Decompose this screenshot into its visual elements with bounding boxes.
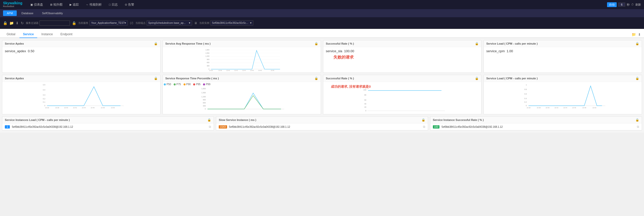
- svg-text:300: 300: [203, 105, 206, 107]
- tab-apm[interactable]: APM: [3, 10, 17, 16]
- svg-text:0.2: 0.2: [43, 98, 45, 100]
- instance-row-1[interactable]: 1 5ef0bb38411c45e392ac92c5c0a04338@192.1…: [2, 123, 214, 130]
- lock-icon-b3: 🔒: [635, 118, 639, 122]
- successful-rate-card: Successful Rate ( % ) 🔒 service_sla 100.…: [323, 40, 481, 73]
- successful-rate-chart-header: Successful Rate ( % ) 🔒: [323, 75, 481, 82]
- copy-icon-b1[interactable]: ⧉: [209, 125, 211, 129]
- p99-dot: [203, 83, 205, 85]
- save-dashboard-icon[interactable]: 📁: [632, 32, 636, 37]
- successful-rate-chart-card: Successful Rate ( % ) 🔒 成功的请求, 没有请求就是0 1…: [323, 75, 481, 114]
- svg-text:0: 0: [365, 110, 366, 112]
- nav-topology[interactable]: ⊞ 拓扑图: [47, 0, 66, 9]
- success-rate-sparkline: 100 80 60 40 20 0: [324, 88, 480, 113]
- avg-response-chart: 1,800 1,500 1,200 900 600 300 0: [164, 48, 320, 71]
- tab-database[interactable]: Database: [18, 10, 37, 16]
- svg-text:22:46: 22:46: [91, 107, 95, 108]
- successful-rate-body: service_sla 100.00 失败的请求: [323, 47, 481, 73]
- nav-performance[interactable]: ～ 性能剖析: [83, 0, 105, 9]
- nav-alert[interactable]: ⊙ 告警: [122, 0, 137, 9]
- svg-text:0: 0: [205, 108, 206, 110]
- copy-icon-b3[interactable]: ⧉: [637, 125, 639, 129]
- current-endpoint-select[interactable]: SpringScheduled/com base_ap... ▾: [147, 20, 192, 26]
- svg-text:22:38: 22:38: [537, 107, 541, 108]
- svg-text:22:48: 22:48: [582, 107, 586, 108]
- svg-text:22:46: 22:46: [250, 70, 254, 71]
- svg-text:900: 900: [207, 59, 210, 60]
- app-logo: Skywalking Rocketbot: [3, 1, 22, 8]
- svg-text:1: 1: [526, 84, 527, 86]
- service-avg-response-body: 1,800 1,500 1,200 900 600 300 0: [163, 47, 321, 73]
- nav-menu: ▣ 仪表盘 ⊞ 拓扑图 ▶ 追踪 ～ 性能剖析 □ 日志 ⊙ 告警: [27, 0, 607, 9]
- service-load-sparkline: 1 0.8 0.6 0.4 0.2 0 22:36 22:38 22:40 22…: [485, 83, 641, 108]
- svg-text:22:46: 22:46: [572, 107, 576, 108]
- svg-text:0.3: 0.3: [43, 94, 45, 96]
- service-load-card: Service Load ( CPM - calls per minute ) …: [484, 40, 642, 73]
- tab-selfobs[interactable]: SelfObservability: [38, 10, 67, 16]
- service-apdex-body: service_apdex 0.50: [2, 47, 160, 73]
- failed-request-annotation: 失败的请求: [333, 55, 354, 60]
- svg-text:80: 80: [364, 94, 366, 96]
- lock-icon-r2c1: 🔒: [154, 77, 158, 80]
- legend-p95: P95: [193, 83, 200, 86]
- lock2-icon: 🔒: [72, 21, 76, 25]
- nav-trace[interactable]: ▶ 追踪: [67, 0, 82, 9]
- slow-instance-header: Slow Service Instance ( ms ) 🔒: [216, 117, 428, 123]
- svg-text:22:48: 22:48: [258, 70, 261, 71]
- svg-text:300: 300: [207, 65, 210, 67]
- instance-row-2[interactable]: 1543 5ef0bb38411c45e392ac92c5c0a04338@19…: [216, 123, 428, 130]
- service-apdex-chart-body: 0.5 0.4 0.3 0.2 0.1 0 22:36 22:38 22:40 …: [2, 82, 160, 109]
- auto-button[interactable]: 自动: [607, 2, 617, 7]
- nav-log[interactable]: □ 日志: [106, 0, 121, 9]
- response-percentile-header: Service Response Time Percentile ( ms ) …: [163, 75, 321, 82]
- copy-icon-b2[interactable]: ⧉: [423, 125, 425, 129]
- svg-text:0.4: 0.4: [524, 98, 527, 99]
- tab-instance[interactable]: Instance: [38, 31, 56, 38]
- current-instance-select[interactable]: 5ef0bb38411c45e392ac92c5c... ▾: [210, 20, 253, 26]
- service-load-chart-body: 1 0.8 0.6 0.4 0.2 0 22:36 22:38 22:40 22…: [484, 82, 642, 109]
- lock-icon-b1: 🔒: [207, 118, 211, 122]
- service-load-body: service_cpm 1.00: [484, 47, 642, 73]
- svg-text:0.4: 0.4: [43, 89, 45, 91]
- angle-brackets-icon: ⟨/⟩: [130, 21, 133, 25]
- refresh-icon[interactable]: ↻: [21, 21, 24, 25]
- instance-row-3[interactable]: 100 5ef0bb38411c45e392ac92c5c0a04338@192…: [430, 123, 642, 130]
- folder-icon: 📁: [9, 21, 14, 25]
- tab-service[interactable]: Service: [19, 31, 37, 38]
- service-apdex-chart-header: Service Apdex 🔒: [2, 75, 160, 82]
- service-apdex-header: Service Apdex 🔒: [2, 40, 160, 47]
- apdex-sparkline: 0.5 0.4 0.3 0.2 0.1 0 22:36 22:38 22:40 …: [3, 83, 159, 108]
- lock-icon-r2c3: 🔒: [475, 77, 479, 80]
- slow-instance-badge: 1543: [219, 125, 227, 129]
- monitor-icon: 🖥: [194, 21, 197, 25]
- svg-text:0: 0: [526, 105, 527, 106]
- dashboard-icon: ▣: [30, 3, 33, 6]
- current-service-select[interactable]: Your_ApplicationName_TEST ▾: [89, 20, 128, 26]
- service-filter-input[interactable]: [39, 21, 70, 26]
- nav-dashboard[interactable]: ▣ 仪表盘: [27, 0, 46, 9]
- top-navigation: Skywalking Rocketbot ▣ 仪表盘 ⊞ 拓扑图 ▶ 追踪 ～ …: [0, 0, 644, 9]
- svg-text:1,800: 1,800: [205, 49, 209, 51]
- seconds-input[interactable]: [618, 3, 625, 7]
- topology-icon: ⊞: [50, 3, 52, 6]
- svg-text:1,500: 1,500: [201, 92, 206, 94]
- svg-text:22:40: 22:40: [546, 107, 550, 108]
- log-icon: □: [109, 3, 111, 6]
- svg-text:40: 40: [364, 103, 366, 105]
- chart-row-1: Service Apdex 🔒 service_apdex 0.50 Servi…: [2, 40, 642, 73]
- instance-success-badge: 100: [433, 125, 440, 129]
- svg-text:22:42: 22:42: [73, 107, 77, 108]
- svg-text:22:36: 22:36: [45, 107, 49, 108]
- filter-bar: 🔒 📁 ⬇ ↻ 服务过滤器 🔒 当前服务 Your_ApplicationNam…: [0, 17, 644, 29]
- tab-endpoint[interactable]: Endpoint: [57, 31, 76, 38]
- export-icon[interactable]: ⬇: [638, 32, 641, 37]
- service-avg-response-card: Service Avg Response Time ( ms ) 🔒 1,800…: [163, 40, 321, 73]
- service-apdex-chart-card: Service Apdex 🔒 0.5 0.4 0.3 0.2 0.1 0 22…: [2, 75, 160, 114]
- lock-icon-r2c2: 🔒: [314, 77, 318, 80]
- percentile-legend: P50 P75 P90 P95: [164, 83, 320, 86]
- legend-p75: P75: [174, 83, 181, 86]
- svg-text:22:38: 22:38: [55, 107, 59, 108]
- legend-p50: P50: [164, 83, 171, 86]
- current-service-group: 当前服务 Your_ApplicationName_TEST ▾: [78, 20, 128, 26]
- tab-global[interactable]: Global: [3, 31, 19, 38]
- svg-text:0.5: 0.5: [43, 84, 45, 86]
